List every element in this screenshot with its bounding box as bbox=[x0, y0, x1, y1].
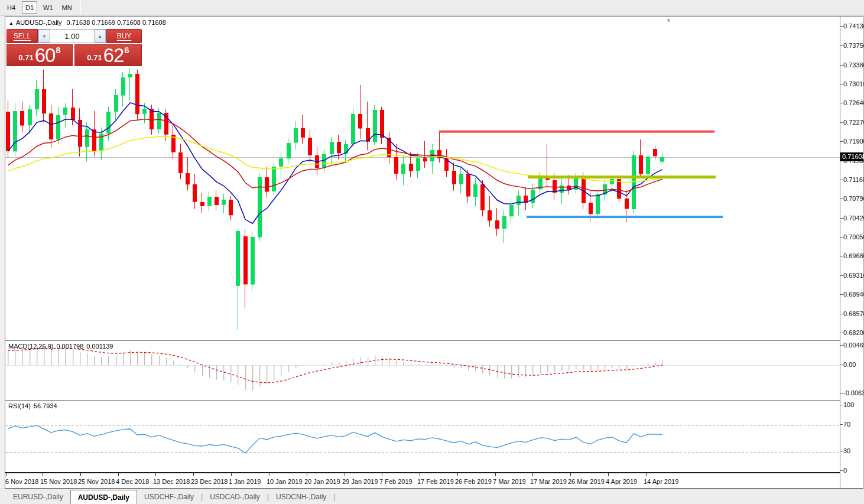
rsi-axis-label-tick bbox=[840, 424, 843, 425]
price-axis-label-tick bbox=[840, 26, 843, 27]
time-axis-tick bbox=[43, 473, 43, 476]
time-axis[interactable]: 6 Nov 201815 Nov 201825 Nov 20184 Dec 20… bbox=[5, 472, 840, 488]
rsi-indicator-pane[interactable]: RSI(14)56.7934 bbox=[5, 400, 840, 472]
time-axis-tick bbox=[345, 473, 345, 476]
time-axis-tick bbox=[193, 473, 194, 476]
toolbar-separator bbox=[80, 1, 81, 14]
macd-signal-value: 0.001139 bbox=[86, 343, 113, 350]
timeframe-button-mn[interactable]: MN bbox=[59, 1, 75, 14]
one-click-trading-panel: SELL ▼ 1.00 ▲ BUY 0.71 60 8 0.71 bbox=[7, 29, 142, 66]
macd-axis-label-tick bbox=[840, 393, 843, 394]
timeframe-button-d1[interactable]: D1 bbox=[22, 1, 37, 14]
price-axis-label-tick bbox=[840, 180, 843, 180]
price-axis-label: 0.74130 bbox=[843, 22, 864, 30]
tab-usdchf[interactable]: USDCHF-,Daily bbox=[137, 489, 201, 504]
price-axis-label-tick bbox=[840, 45, 843, 46]
price-axis-label-tick bbox=[840, 199, 843, 199]
price-axis-label: 0.70420 bbox=[843, 214, 864, 222]
tab-usdcnh[interactable]: USDCNH-,Daily bbox=[269, 489, 333, 504]
time-axis-label: 13 Dec 2018 bbox=[153, 478, 190, 485]
macd-axis-label: 0.00 bbox=[843, 361, 856, 368]
time-axis-label: 29 Jan 2019 bbox=[342, 478, 378, 485]
rsi-axis-label: 0 bbox=[843, 467, 847, 474]
volume-spinner: ▼ 1.00 ▲ bbox=[38, 29, 106, 43]
price-axis-label: 0.71160 bbox=[843, 176, 864, 183]
macd-indicator-pane[interactable]: MACD(12,26,9)0.0017980.001139 bbox=[5, 340, 840, 400]
time-axis-label: 14 Apr 2019 bbox=[644, 478, 678, 485]
tab-audusd[interactable]: AUDUSD-,Daily bbox=[70, 490, 137, 504]
price-axis[interactable]: 0.71608 0.741300.737500.733800.730100.72… bbox=[840, 17, 863, 488]
chart-tabs-bar: EURUSD-,DailyAUDUSD-,DailyUSDCHF-,Daily|… bbox=[0, 489, 864, 504]
time-axis-tick bbox=[646, 473, 647, 476]
tab-usdcad[interactable]: USDCAD-,Daily bbox=[203, 489, 267, 504]
sell-price-quote[interactable]: 0.71 60 8 bbox=[7, 44, 73, 66]
price-axis-label: 0.73010 bbox=[843, 80, 864, 87]
time-axis-label: 23 Dec 2018 bbox=[191, 478, 228, 485]
time-axis-label: 10 Jan 2019 bbox=[267, 478, 303, 485]
current-price-tag: 0.71608 bbox=[840, 152, 863, 161]
price-axis-label-tick bbox=[840, 333, 843, 333]
time-axis-label: 26 Mar 2019 bbox=[568, 478, 605, 485]
time-axis-tick bbox=[382, 473, 382, 476]
rsi-axis-label-tick bbox=[840, 470, 843, 471]
time-axis-label: 20 Jan 2019 bbox=[304, 478, 340, 485]
price-chart-pane[interactable]: ▲AUDUSD-,Daily0.71638 0.71669 0.71608 0.… bbox=[5, 17, 840, 340]
price-axis-label: 0.73380 bbox=[843, 61, 864, 69]
price-axis-label-tick bbox=[840, 314, 843, 314]
time-axis-label: 6 Nov 2018 bbox=[5, 478, 38, 485]
price-axis-label-tick bbox=[840, 122, 843, 123]
rsi-axis-label: 100 bbox=[843, 401, 854, 408]
time-axis-label: 26 Feb 2019 bbox=[455, 478, 492, 485]
time-axis-label: 17 Feb 2019 bbox=[417, 478, 454, 485]
price-axis-label-tick bbox=[840, 237, 843, 238]
macd-canvas[interactable] bbox=[5, 342, 840, 401]
price-axis-label-tick bbox=[840, 275, 843, 276]
time-axis-label: 7 Mar 2019 bbox=[493, 478, 526, 485]
macd-name: MACD(12,26,9) bbox=[8, 343, 53, 350]
rsi-axis-label: 30 bbox=[843, 447, 850, 454]
macd-axis-label: -0.00639 bbox=[843, 389, 864, 396]
time-axis-tick bbox=[80, 473, 81, 476]
rsi-value: 56.7934 bbox=[34, 402, 57, 409]
buy-button[interactable]: BUY bbox=[106, 29, 142, 43]
price-axis-label: 0.68940 bbox=[843, 291, 864, 298]
price-axis-label: 0.69310 bbox=[843, 272, 864, 279]
rsi-axis-label-tick bbox=[840, 405, 843, 405]
time-axis-tick bbox=[570, 473, 571, 476]
time-axis-tick bbox=[420, 473, 420, 476]
chart-shift-marker-icon[interactable]: ▼ bbox=[666, 18, 671, 24]
buy-price-base: 0.71 bbox=[87, 53, 102, 62]
time-axis-tick bbox=[269, 473, 269, 476]
sell-button[interactable]: SELL bbox=[7, 29, 38, 43]
timeframe-button-h4[interactable]: H4 bbox=[4, 1, 19, 14]
price-axis-label-tick bbox=[840, 103, 843, 103]
price-axis-label-tick bbox=[840, 65, 843, 66]
timeframe-button-w1[interactable]: W1 bbox=[40, 1, 56, 14]
price-axis-label: 0.72640 bbox=[843, 99, 864, 106]
macd-axis-label-tick bbox=[840, 345, 843, 346]
price-axis-label-tick bbox=[840, 294, 843, 295]
time-axis-tick bbox=[118, 473, 119, 476]
price-axis-label-tick bbox=[840, 256, 843, 256]
rsi-canvas[interactable] bbox=[5, 401, 840, 472]
buy-price-pip-digit: 6 bbox=[124, 45, 129, 55]
sell-price-pip-digit: 8 bbox=[56, 45, 60, 55]
collapse-panel-icon[interactable]: ▲ bbox=[9, 21, 14, 26]
price-axis-label: 0.70790 bbox=[843, 195, 864, 202]
rsi-axis-label-tick bbox=[840, 451, 843, 451]
rsi-indicator-label: RSI(14)56.7934 bbox=[8, 402, 60, 409]
volume-increase-button[interactable]: ▲ bbox=[94, 30, 106, 43]
price-axis-label: 0.72270 bbox=[843, 119, 864, 126]
time-axis-tick bbox=[495, 473, 496, 476]
sell-price-base: 0.71 bbox=[18, 53, 33, 62]
rsi-axis-label: 70 bbox=[843, 421, 850, 428]
chart-title: ▲AUDUSD-,Daily0.71638 0.71669 0.71608 0.… bbox=[9, 19, 166, 26]
price-axis-label-tick bbox=[840, 84, 843, 84]
buy-price-quote[interactable]: 0.71 62 6 bbox=[74, 44, 142, 66]
tab-eurusd[interactable]: EURUSD-,Daily bbox=[6, 489, 70, 504]
price-axis-label: 0.70050 bbox=[843, 233, 864, 240]
volume-decrease-button[interactable]: ▼ bbox=[38, 30, 50, 43]
chart-ohlc-values: 0.71638 0.71669 0.71608 0.71608 bbox=[67, 19, 166, 26]
volume-input[interactable]: 1.00 bbox=[50, 30, 94, 43]
sell-price-big-digits: 60 bbox=[35, 44, 56, 67]
